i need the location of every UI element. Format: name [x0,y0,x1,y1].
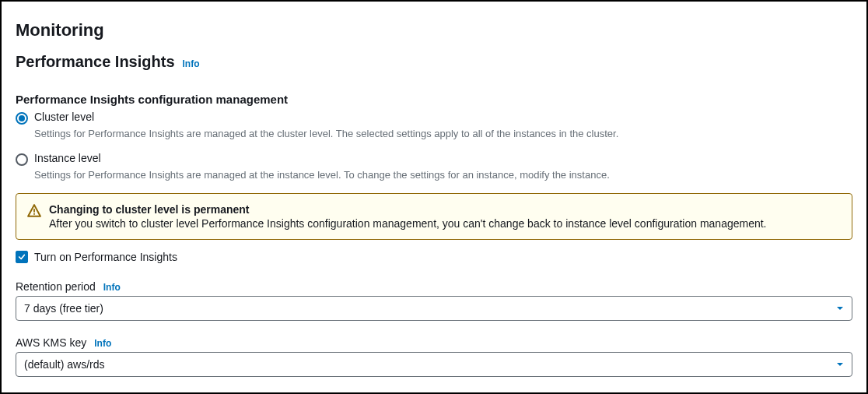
check-icon [18,253,26,261]
performance-insights-header: Performance Insights Info [16,53,852,71]
section-title: Performance Insights [16,53,175,71]
checkbox-label: Turn on Performance Insights [34,251,177,263]
config-management-label: Performance Insights configuration manag… [16,93,852,106]
svg-rect-0 [33,209,35,213]
svg-rect-1 [33,213,35,215]
warning-icon [27,204,41,218]
retention-select[interactable]: 7 days (free tier) [16,296,852,321]
monitoring-panel: Monitoring Performance Insights Info Per… [0,0,868,394]
retention-label: Retention period [16,280,96,293]
page-title: Monitoring [16,20,852,40]
alert-body: After you switch to cluster level Perfor… [49,217,767,230]
kms-label-row: AWS KMS key Info [16,336,852,349]
kms-label: AWS KMS key [16,336,86,349]
radio-label-instance: Instance level [34,152,101,164]
radio-label-cluster: Cluster level [34,111,94,123]
info-link-retention[interactable]: Info [103,282,121,293]
retention-label-row: Retention period Info [16,280,852,293]
info-link-performance-insights[interactable]: Info [183,58,200,69]
checkbox-turn-on-pi[interactable]: Turn on Performance Insights [16,251,852,263]
chevron-down-icon [836,304,844,312]
radio-icon [16,112,28,125]
radio-desc-instance: Settings for Performance Insights are ma… [34,169,852,182]
radio-desc-cluster: Settings for Performance Insights are ma… [34,128,852,141]
chevron-down-icon [836,361,844,368]
kms-select[interactable]: (default) aws/rds [16,352,852,377]
radio-icon [16,153,28,166]
alert-title: Changing to cluster level is permanent [49,203,767,216]
info-link-kms[interactable]: Info [94,338,111,349]
radio-instance-level[interactable]: Instance level [16,152,852,166]
retention-value: 7 days (free tier) [24,302,103,315]
radio-cluster-level[interactable]: Cluster level [16,111,852,125]
checkbox-icon [16,251,28,263]
kms-value: (default) aws/rds [24,358,104,371]
warning-alert: Changing to cluster level is permanent A… [16,193,852,240]
alert-content: Changing to cluster level is permanent A… [49,203,767,230]
